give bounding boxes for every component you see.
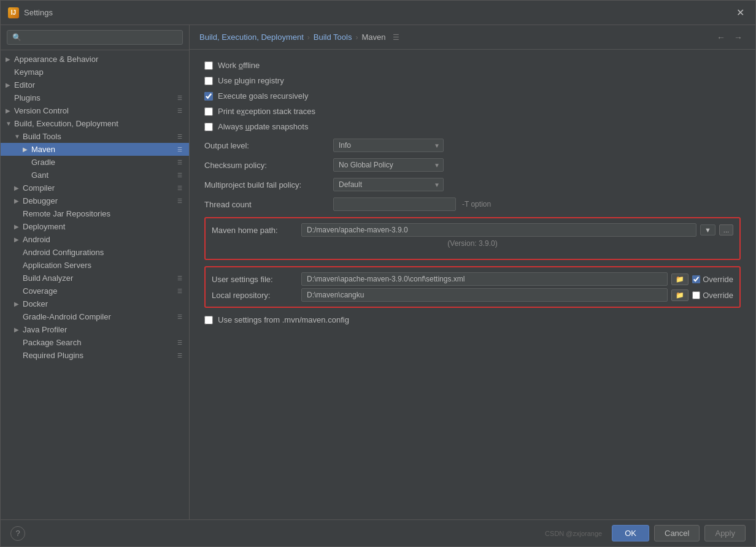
plugin-registry-checkbox[interactable] xyxy=(204,77,213,85)
execute-goals-row: Execute goals recursively xyxy=(204,90,741,102)
sidebar-item-label: Android Configurations xyxy=(23,248,184,257)
breadcrumb-bar: Build, Execution, Deployment › Build Too… xyxy=(190,25,755,50)
sidebar-item-deployment[interactable]: ▶ Deployment xyxy=(1,220,189,233)
work-offline-row: Work offline xyxy=(204,59,741,71)
breadcrumb-build-exec[interactable]: Build, Execution, Deployment xyxy=(199,33,304,42)
nav-back-button[interactable]: ← xyxy=(714,31,728,44)
sidebar-item-required-plugins[interactable]: Required Plugins ☰ xyxy=(1,349,189,362)
multiproject-select-wrapper: Default Fail Fast Fail Never Fail At End… xyxy=(333,178,444,191)
output-level-select[interactable]: Debug Info Warn Error xyxy=(333,139,444,152)
sidebar-item-build-exec[interactable]: ▼ Build, Execution, Deployment xyxy=(1,117,189,130)
sidebar-item-label: Build, Execution, Deployment xyxy=(14,119,184,128)
sidebar-item-appearance[interactable]: ▶ Appearance & Behavior xyxy=(1,53,189,66)
user-settings-override-checkbox[interactable] xyxy=(692,275,700,283)
sidebar-item-label: Docker xyxy=(23,299,184,308)
maven-home-label: Maven home path: xyxy=(212,226,298,235)
sidebar-item-label: Compiler xyxy=(23,183,173,193)
sidebar-item-label: Gradle xyxy=(31,158,173,167)
breadcrumb-build-tools[interactable]: Build Tools xyxy=(314,33,352,42)
maven-home-section: Maven home path: ▼ ... (Version: 3.9.0) xyxy=(204,217,741,260)
sidebar-item-label: Java Profiler xyxy=(23,325,184,334)
local-repo-override-checkbox[interactable] xyxy=(692,291,700,299)
title-bar: IJ Settings ✕ xyxy=(1,1,755,25)
local-repo-browse-button[interactable]: 📁 xyxy=(671,289,688,301)
sidebar-item-docker[interactable]: ▶ Docker xyxy=(1,297,189,310)
maven-home-input[interactable] xyxy=(301,223,696,237)
settings-icon: ☰ xyxy=(176,171,184,180)
local-repo-override: Override xyxy=(692,291,733,300)
cancel-button[interactable]: Cancel xyxy=(654,525,700,541)
execute-goals-label: Execute goals recursively xyxy=(218,91,308,101)
footer-buttons: CSDN @zxjorange OK Cancel Apply xyxy=(545,525,746,541)
user-settings-browse-button[interactable]: 📁 xyxy=(671,274,688,285)
nav-forward-button[interactable]: → xyxy=(731,31,746,44)
settings-icon: ☰ xyxy=(176,145,184,154)
sidebar-item-label: Debugger xyxy=(23,196,173,205)
plugin-registry-label: Use plugin registry xyxy=(218,76,284,85)
sidebar-item-label: Package Search xyxy=(23,338,173,347)
user-settings-label: User settings file: xyxy=(212,275,298,284)
always-update-row: Always update snapshots xyxy=(204,121,741,132)
sidebar-item-java-profiler[interactable]: ▶ Java Profiler xyxy=(1,323,189,336)
settings-icon: ☰ xyxy=(176,274,184,283)
sidebar-item-gant[interactable]: Gant ☰ xyxy=(1,169,189,182)
settings-icon: ☰ xyxy=(176,132,184,141)
content-area: Work offline Use plugin registry Execute… xyxy=(190,50,755,519)
help-button[interactable]: ? xyxy=(10,526,25,541)
use-settings-checkbox[interactable] xyxy=(204,316,213,324)
user-settings-input[interactable] xyxy=(301,272,668,286)
sidebar-item-version-control[interactable]: ▶ Version Control ☰ xyxy=(1,104,189,117)
work-offline-checkbox[interactable] xyxy=(204,61,213,70)
breadcrumb-sep-2: › xyxy=(355,33,358,42)
sidebar-item-label: Coverage xyxy=(23,286,173,296)
thread-count-row: Thread count -T option xyxy=(204,197,741,211)
arrow-icon: ▶ xyxy=(6,82,14,88)
close-button[interactable]: ✕ xyxy=(733,6,748,20)
sidebar-item-gradle-android[interactable]: Gradle-Android Compiler ☰ xyxy=(1,310,189,323)
multiproject-policy-select[interactable]: Default Fail Fast Fail Never Fail At End xyxy=(333,178,444,191)
settings-icon: ☰ xyxy=(176,351,184,360)
settings-icon: ☰ xyxy=(176,94,184,102)
print-stack-checkbox[interactable] xyxy=(204,107,213,116)
sidebar-item-plugins[interactable]: Plugins ☰ xyxy=(1,91,189,104)
thread-count-label: Thread count xyxy=(204,200,327,209)
multiproject-policy-row: Multiproject build fail policy: Default … xyxy=(204,178,741,191)
sidebar-item-gradle[interactable]: Gradle ☰ xyxy=(1,156,189,169)
sidebar-item-android[interactable]: ▶ Android xyxy=(1,233,189,246)
sidebar-item-remote-jar[interactable]: Remote Jar Repositories xyxy=(1,207,189,220)
maven-home-browse-button[interactable]: ... xyxy=(719,224,733,235)
thread-count-input[interactable] xyxy=(333,197,456,211)
search-input[interactable] xyxy=(7,30,183,45)
sidebar-item-package-search[interactable]: Package Search ☰ xyxy=(1,336,189,349)
breadcrumb-gear-icon: ☰ xyxy=(393,33,399,42)
output-level-label: Output level: xyxy=(204,141,327,150)
checksum-policy-select[interactable]: No Global Policy Strict Warn Ignore xyxy=(333,158,444,172)
sidebar-item-editor[interactable]: ▶ Editor xyxy=(1,78,189,91)
arrow-icon: ▶ xyxy=(14,185,23,191)
sidebar-item-build-analyzer[interactable]: Build Analyzer ☰ xyxy=(1,272,189,285)
maven-home-dropdown-button[interactable]: ▼ xyxy=(700,224,716,235)
multiproject-policy-label: Multiproject build fail policy: xyxy=(204,180,327,189)
sidebar-item-android-configs[interactable]: Android Configurations xyxy=(1,246,189,259)
sidebar-item-label: Editor xyxy=(14,80,184,90)
sidebar-item-label: Remote Jar Repositories xyxy=(23,209,184,218)
always-update-checkbox[interactable] xyxy=(204,123,213,131)
ok-button[interactable]: OK xyxy=(612,525,649,541)
apply-button[interactable]: Apply xyxy=(704,525,746,541)
sidebar-item-build-tools[interactable]: ▼ Build Tools ☰ xyxy=(1,130,189,143)
sidebar-item-label: Build Tools xyxy=(23,132,173,141)
local-repo-input[interactable] xyxy=(301,288,668,302)
sidebar-item-compiler[interactable]: ▶ Compiler ☰ xyxy=(1,182,189,194)
settings-icon: ☰ xyxy=(176,197,184,205)
dialog-footer: ? CSDN @zxjorange OK Cancel Apply xyxy=(1,519,755,546)
sidebar-item-maven[interactable]: ▶ Maven ☰ xyxy=(1,143,189,156)
arrow-icon: ▶ xyxy=(14,326,23,333)
arrow-icon: ▶ xyxy=(14,197,23,204)
sidebar-item-app-servers[interactable]: Application Servers xyxy=(1,259,189,272)
sidebar-item-keymap[interactable]: Keymap xyxy=(1,66,189,78)
sidebar-item-debugger[interactable]: ▶ Debugger ☰ xyxy=(1,194,189,207)
sidebar-item-coverage[interactable]: Coverage ☰ xyxy=(1,285,189,297)
output-level-row: Output level: Debug Info Warn Error ▼ xyxy=(204,139,741,152)
sidebar-item-label: Build Analyzer xyxy=(23,274,173,283)
execute-goals-checkbox[interactable] xyxy=(204,92,213,101)
